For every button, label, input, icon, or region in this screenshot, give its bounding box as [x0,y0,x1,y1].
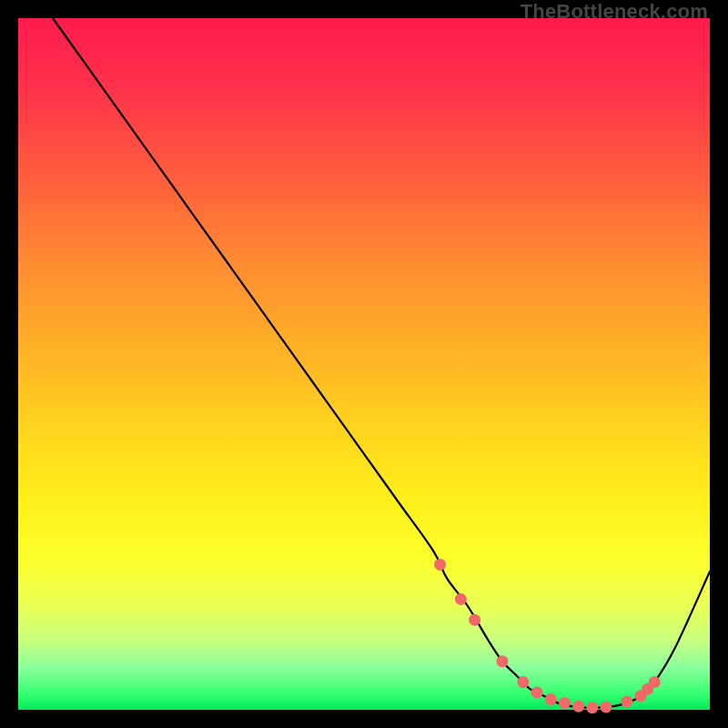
marker-point [559,697,571,709]
marker-point [517,676,529,688]
marker-point [469,614,480,626]
marker-point [586,702,598,713]
marker-point [649,676,661,688]
chart-stage: TheBottleneck.com [0,0,728,728]
marker-point [572,701,584,713]
plot-area [18,18,710,710]
marker-point [621,695,632,707]
marker-point [601,701,612,713]
marker-point [434,559,446,571]
marker-point [497,655,509,667]
marker-point [455,593,467,605]
marker-point [545,693,557,705]
highlight-markers [434,559,661,713]
bottleneck-curve [53,18,710,708]
chart-svg [18,18,710,710]
marker-point [531,687,543,699]
